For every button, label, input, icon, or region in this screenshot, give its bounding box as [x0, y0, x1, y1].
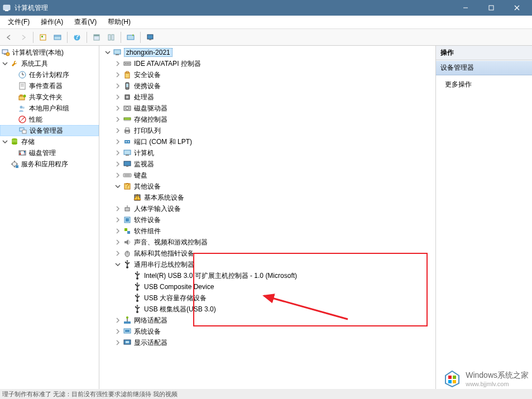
- device-category[interactable]: 通用串行总线控制器: [99, 259, 435, 270]
- device-category[interactable]: 显示适配器: [99, 337, 435, 348]
- tree-expand-icon[interactable]: [1, 60, 9, 68]
- tree-item[interactable]: 任务计划程序: [0, 69, 99, 80]
- tree-expand-icon[interactable]: [114, 227, 122, 235]
- toolbar-refresh[interactable]: [124, 31, 137, 44]
- device-category[interactable]: 打印队列: [99, 125, 435, 136]
- device-item[interactable]: Intel(R) USB 3.0 可扩展主机控制器 - 1.0 (Microso…: [99, 270, 435, 281]
- tree-expand-icon[interactable]: [104, 49, 112, 56]
- device-category[interactable]: ?其他设备: [99, 181, 435, 192]
- device-item[interactable]: USB Composite Device: [99, 281, 435, 292]
- toolbar-properties[interactable]: [36, 31, 50, 44]
- svg-rect-16: [127, 35, 134, 40]
- tree-expand-icon[interactable]: [114, 182, 122, 190]
- maximize-button[interactable]: [478, 0, 504, 16]
- device-category[interactable]: 端口 (COM 和 LPT): [99, 136, 435, 147]
- toolbar-help[interactable]: ?: [70, 31, 84, 44]
- tree-expand-icon[interactable]: [114, 205, 122, 213]
- tree-item[interactable]: 设备管理器: [0, 125, 99, 136]
- tree-expand-icon[interactable]: [114, 138, 122, 146]
- tree-expand-icon[interactable]: [1, 138, 9, 146]
- toolbar-view1[interactable]: [90, 31, 103, 44]
- navigation-tree[interactable]: 计算机管理(本地)系统工具任务计划程序事件查看器共享文件夹本地用户和组性能设备管…: [0, 46, 99, 389]
- tree-item-label: 事件查看器: [29, 81, 63, 91]
- device-category[interactable]: IDE ATA/ATAPI 控制器: [99, 58, 435, 69]
- tree-expand-icon[interactable]: [114, 249, 122, 257]
- device-tree-pane[interactable]: zhongxin-2021IDE ATA/ATAPI 控制器安全设备便携设备处理…: [99, 46, 436, 389]
- device-category[interactable]: 网络适配器: [99, 315, 435, 326]
- device-category[interactable]: 存储控制器: [99, 114, 435, 125]
- device-category[interactable]: 软件设备: [99, 214, 435, 225]
- device-category[interactable]: 声音、视频和游戏控制器: [99, 237, 435, 248]
- svg-rect-75: [123, 174, 131, 177]
- device-category[interactable]: 安全设备: [99, 69, 435, 80]
- toolbar-monitor[interactable]: [143, 31, 157, 44]
- device-category[interactable]: 监视器: [99, 158, 435, 170]
- device-category[interactable]: 系统设备: [99, 326, 435, 337]
- tree-expand-icon[interactable]: [114, 238, 122, 246]
- menu-view[interactable]: 查看(V): [69, 16, 102, 28]
- forward-button[interactable]: [17, 31, 30, 44]
- tree-expand-icon[interactable]: [114, 160, 122, 168]
- tree-item[interactable]: 性能: [0, 114, 99, 125]
- device-category-label: 计算机: [134, 148, 154, 158]
- toolbar-view2[interactable]: [104, 31, 118, 44]
- toolbar-show[interactable]: [51, 31, 64, 44]
- tree-item[interactable]: 事件查看器: [0, 80, 99, 92]
- tree-expand-icon[interactable]: [114, 127, 122, 134]
- svg-point-112: [135, 295, 136, 296]
- tree-item[interactable]: 共享文件夹: [0, 92, 99, 103]
- device-category[interactable]: 便携设备: [99, 80, 435, 92]
- svg-rect-87: [127, 231, 130, 234]
- tree-expand-icon[interactable]: [114, 261, 122, 268]
- tree-expand-icon[interactable]: [114, 116, 122, 123]
- tree-item[interactable]: 服务和应用程序: [0, 158, 99, 170]
- menu-help[interactable]: 帮助(H): [102, 16, 136, 28]
- tree-item[interactable]: 磁盘管理: [0, 147, 99, 158]
- device-item[interactable]: !基本系统设备: [99, 192, 435, 203]
- tree-expand-icon[interactable]: [114, 82, 122, 90]
- device-root-label: zhongxin-2021: [124, 48, 172, 57]
- action-more[interactable]: 更多操作: [436, 75, 532, 94]
- device-item[interactable]: USB 根集线器(USB 3.0): [99, 304, 435, 315]
- svg-rect-126: [126, 341, 129, 343]
- svg-point-114: [136, 311, 138, 313]
- device-category[interactable]: 键盘: [99, 170, 435, 181]
- menu-action[interactable]: 操作(A): [35, 16, 69, 28]
- svg-text:!: !: [136, 193, 138, 201]
- device-category[interactable]: 人体学输入设备: [99, 203, 435, 214]
- tree-expand-icon[interactable]: [114, 93, 122, 101]
- tree-expand-icon[interactable]: [114, 149, 122, 157]
- tree-expand-icon[interactable]: [114, 216, 122, 224]
- device-category[interactable]: 处理器: [99, 92, 435, 103]
- mouse-icon: [123, 249, 132, 258]
- tree-expand-icon[interactable]: [114, 60, 122, 68]
- minimize-button[interactable]: [453, 0, 478, 16]
- svg-point-62: [126, 107, 129, 110]
- tree-item[interactable]: 存储: [0, 136, 99, 147]
- close-button[interactable]: [504, 0, 530, 16]
- menu-file[interactable]: 文件(F): [2, 16, 35, 28]
- device-category[interactable]: 计算机: [99, 147, 435, 158]
- tree-expand-icon[interactable]: [114, 171, 122, 179]
- tree-item[interactable]: 系统工具: [0, 58, 99, 69]
- status-footer: 理子制作有标准了 无滤：目前没有强性要求滤前继须待 我的视频: [0, 389, 532, 399]
- back-button[interactable]: [2, 31, 16, 44]
- device-category[interactable]: 鼠标和其他指针设备: [99, 248, 435, 259]
- tree-item[interactable]: 本地用户和组: [0, 103, 99, 114]
- tree-expand-icon[interactable]: [114, 104, 122, 112]
- tree-expand-icon[interactable]: [114, 71, 122, 79]
- device-category[interactable]: 软件组件: [99, 225, 435, 237]
- tree-expand-icon[interactable]: [114, 316, 122, 324]
- tree-expand-icon[interactable]: [114, 328, 122, 335]
- device-item[interactable]: USB 大容量存储设备: [99, 292, 435, 304]
- users-icon: [18, 104, 27, 113]
- tree-expand-icon[interactable]: [114, 339, 122, 347]
- portable-icon: [123, 81, 132, 90]
- svg-rect-20: [4, 54, 6, 55]
- device-category[interactable]: 磁盘驱动器: [99, 103, 435, 114]
- tree-root[interactable]: 计算机管理(本地): [0, 47, 99, 58]
- svg-rect-45: [20, 153, 21, 155]
- sound-icon: [123, 238, 132, 247]
- device-root[interactable]: zhongxin-2021: [99, 47, 435, 58]
- svg-rect-130: [448, 380, 452, 383]
